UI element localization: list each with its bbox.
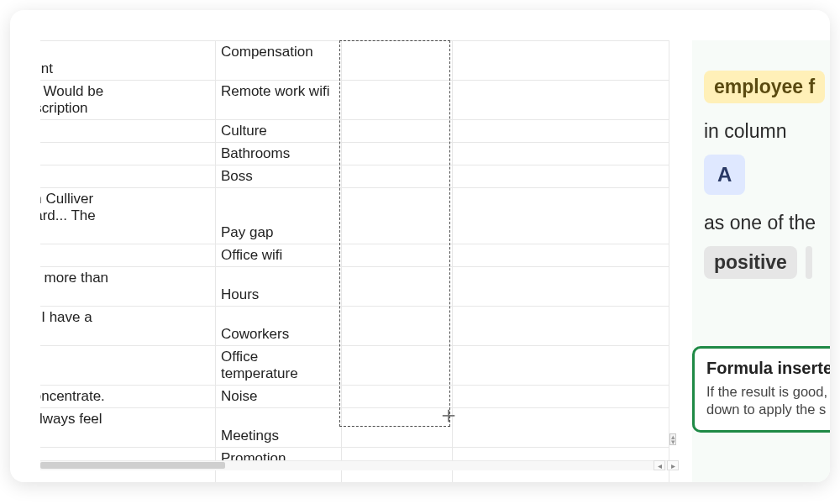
table-row: Office wifi: [40, 244, 669, 267]
cell-b[interactable]: Office wifi: [216, 244, 342, 267]
cell-c[interactable]: [342, 81, 453, 120]
table-row: ' supportive and I have a / Coworkers: [40, 307, 669, 346]
cell-text: Noise: [221, 388, 257, 404]
cell-c[interactable]: [342, 244, 453, 267]
cell-b[interactable]: Culture: [216, 120, 342, 143]
cell-a[interactable]: [40, 470, 216, 483]
toast-title: Formula inserte: [706, 359, 830, 378]
scroll-left-icon[interactable]: ◂: [654, 460, 665, 470]
cell-d[interactable]: [453, 408, 669, 448]
cell-c[interactable]: [342, 165, 453, 188]
cell-text: ional development: [40, 60, 53, 76]
cell-a[interactable]: cold. I wish the regulated: [40, 346, 216, 386]
cell-text: Pay gap: [221, 224, 273, 240]
cell-b[interactable]: [216, 470, 342, 483]
cell-b[interactable]: Coworkers: [216, 307, 342, 346]
cell-b[interactable]: Hours: [216, 267, 342, 307]
cell-text: nd it's hard to concentrate.: [40, 388, 105, 404]
cell-d[interactable]: [453, 244, 669, 267]
cell-a[interactable]: ional development: [40, 41, 216, 81]
cell-d[interactable]: [453, 307, 669, 346]
table-row: ional development Compensation: [40, 41, 669, 81]
cell-a[interactable]: organized and always feel: [40, 408, 216, 448]
cell-c[interactable]: [342, 143, 453, 165]
cell-d[interactable]: [453, 143, 669, 165]
cell-d[interactable]: [453, 81, 669, 120]
cell-a[interactable]: ' supportive and I have a /: [40, 307, 216, 346]
scroll-right-icon[interactable]: ▸: [667, 460, 679, 470]
chip-employee-feedback[interactable]: employee f: [704, 71, 825, 103]
table-row: cold. I wish the regulated Office temper…: [40, 346, 669, 386]
panel-text-in-column: in column: [704, 120, 830, 143]
cell-a[interactable]: nd it's hard to concentrate.: [40, 386, 216, 408]
cell-text: least twice as hard... The: [40, 207, 96, 223]
cell-text: e an Xfinity subscription: [40, 100, 88, 116]
vertical-scrollbar[interactable]: ▴ ▾: [669, 433, 676, 445]
cell-a[interactable]: here: [40, 120, 216, 143]
cell-b[interactable]: Remote work wifi: [216, 81, 342, 120]
cell-c[interactable]: [342, 346, 453, 386]
cell-c[interactable]: [342, 408, 453, 448]
formula-inserted-toast: Formula inserte If the result is good, d…: [692, 346, 830, 433]
table-row: thout stable wifi. Would be e an Xfinity…: [40, 81, 669, 120]
table-row: nd it's hard to concentrate. Noise: [40, 386, 669, 408]
cell-d[interactable]: [453, 386, 669, 408]
cell-a[interactable]: dirty here: [40, 143, 216, 165]
cell-text: Boss: [221, 168, 253, 184]
cell-a[interactable]: [40, 244, 216, 267]
cell-d[interactable]: [453, 41, 669, 81]
cell-a[interactable]: to see my family more than: [40, 267, 216, 307]
toast-body-line: down to apply the s: [706, 402, 826, 417]
cell-text: Office temperature: [221, 349, 298, 381]
cell-b[interactable]: Noise: [216, 386, 342, 408]
cell-text: Compensation: [221, 44, 313, 60]
cell-d[interactable]: [453, 470, 669, 483]
table-row: here Culture: [40, 120, 669, 143]
cell-text: Culture: [221, 123, 267, 139]
cell-d[interactable]: [453, 346, 669, 386]
cell-text: ' supportive and I have a: [40, 309, 92, 325]
cell-c[interactable]: [342, 41, 453, 81]
cell-text: paid half of John Culliver: [40, 191, 93, 207]
cell-d[interactable]: [453, 188, 669, 244]
cell-c[interactable]: [342, 470, 453, 483]
cell-a[interactable]: paid half of John Culliver least twice a…: [40, 188, 216, 244]
cell-c[interactable]: [342, 267, 453, 307]
toast-body-line: If the result is good,: [706, 384, 827, 399]
cell-b[interactable]: Compensation: [216, 41, 342, 81]
table-row: paid half of John Culliver least twice a…: [40, 188, 669, 244]
table-row: dirty here Bathrooms: [40, 143, 669, 165]
spreadsheet-grid[interactable]: ional development Compensation thout sta…: [40, 40, 679, 482]
cell-a[interactable]: [40, 165, 216, 188]
cell-d[interactable]: [453, 267, 669, 307]
table-row: [40, 470, 669, 483]
cell-c[interactable]: [342, 307, 453, 346]
table-row: organized and always feel Meetings: [40, 408, 669, 448]
cell-text: thout stable wifi. Would be: [40, 83, 103, 99]
cell-b[interactable]: Meetings: [216, 408, 342, 448]
scroll-down-icon[interactable]: ▾: [670, 439, 675, 444]
cell-b[interactable]: Pay gap: [216, 188, 342, 244]
cell-text: organized and always feel: [40, 411, 102, 427]
cell-c[interactable]: [342, 120, 453, 143]
horizontal-scrollbar[interactable]: ◂ ▸: [40, 460, 679, 470]
cell-c[interactable]: [342, 386, 453, 408]
cell-c[interactable]: [342, 188, 453, 244]
cell-d[interactable]: [453, 120, 669, 143]
cell-a[interactable]: thout stable wifi. Would be e an Xfinity…: [40, 81, 216, 120]
cell-text: Bathrooms: [221, 145, 290, 161]
cell-text: Office wifi: [221, 247, 282, 263]
app-frame: ional development Compensation thout sta…: [10, 10, 830, 482]
table-row: to see my family more than Hours: [40, 267, 669, 307]
cell-b[interactable]: Boss: [216, 165, 342, 188]
chip-more[interactable]: [806, 246, 812, 279]
cell-text: Meetings: [221, 428, 279, 444]
cell-b[interactable]: Bathrooms: [216, 143, 342, 165]
cell-b[interactable]: Office temperature: [216, 346, 342, 386]
chip-column-a[interactable]: A: [704, 155, 745, 195]
cell-text: to see my family more than: [40, 270, 108, 286]
cell-d[interactable]: [453, 165, 669, 188]
chip-positive[interactable]: positive: [704, 246, 797, 279]
scrollbar-thumb[interactable]: [40, 462, 225, 469]
cell-text: Remote work wifi: [221, 83, 329, 99]
